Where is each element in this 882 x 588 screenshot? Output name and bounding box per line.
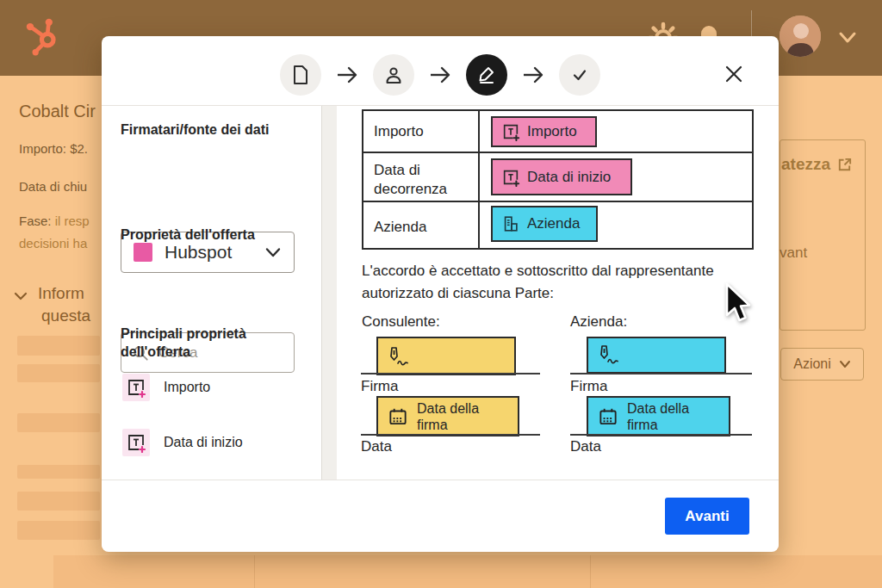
strip-divider (254, 555, 255, 588)
skeleton-bar (17, 336, 100, 356)
date-caption: Data (570, 438, 601, 455)
signature-pen-icon (597, 344, 623, 367)
bottom-table-strip (53, 555, 882, 588)
date-caption: Data (361, 438, 392, 455)
skeleton-bar (17, 364, 100, 382)
mouse-cursor (724, 282, 753, 325)
step-arrow-icon (336, 65, 358, 84)
signature-prep-modal: Firmatari/fonte dei dati Hubspot Proprie… (102, 36, 779, 551)
text-field-icon (501, 168, 520, 187)
property-label: Data di inizio (164, 435, 243, 450)
document-gutter (322, 106, 337, 480)
stepper (280, 54, 600, 96)
info-section-header[interactable]: Inform (12, 284, 84, 305)
property-item-data-di-inizio[interactable]: Data di inizio (122, 429, 243, 456)
info-section-title-2: questa (41, 306, 90, 325)
user-avatar[interactable] (780, 15, 821, 57)
section-chevron-down-icon (12, 288, 29, 305)
signature-pen-icon (387, 346, 413, 368)
review-step-icon (569, 65, 590, 85)
text-field-icon (122, 374, 150, 401)
skeleton-bar (17, 492, 100, 511)
field-chip-azienda[interactable]: Azienda (491, 206, 598, 242)
document-step[interactable] (280, 54, 321, 96)
column-heading-consulente: Consulente: (362, 313, 440, 331)
fields-step-icon (476, 65, 497, 85)
deal-title: Cobalt Cir (19, 102, 96, 121)
document-field-table: Importo Data di decorrenza Azienda Impor… (362, 109, 754, 250)
field-chip-importo[interactable]: Importo (491, 116, 597, 147)
hubspot-logo-icon[interactable] (21, 14, 64, 59)
side-card-title: atezza (781, 155, 853, 174)
text-field-icon (501, 122, 520, 141)
company-icon (501, 214, 520, 233)
modal-footer: Avanti (102, 480, 779, 552)
actions-chevron-down-icon (839, 360, 851, 368)
topbar-divider (751, 10, 752, 38)
review-step[interactable] (559, 54, 600, 96)
next-button[interactable]: Avanti (665, 498, 749, 535)
signers-step-icon (383, 65, 404, 85)
property-label: Importo (164, 380, 210, 395)
signers-step[interactable] (373, 54, 414, 96)
skeleton-bar (17, 465, 100, 479)
close-modal-button[interactable] (717, 57, 751, 91)
fields-step-active[interactable] (466, 54, 507, 96)
signature-field-consulente[interactable] (376, 337, 516, 375)
signature-field-azienda[interactable] (587, 337, 726, 374)
fields-sidebar: Firmatari/fonte dei dati Hubspot Proprie… (102, 106, 321, 480)
field-chip-data-di-inizio[interactable]: Data di inizio (491, 158, 632, 195)
source-color-swatch (134, 243, 152, 262)
top-properties-heading: Principali proprietà dell'offerta (121, 325, 284, 361)
column-heading-azienda: Azienda: (570, 313, 627, 331)
table-row-label: Azienda (374, 218, 426, 237)
document-step-icon (291, 65, 310, 85)
close-icon (724, 64, 744, 84)
step-arrow-icon (522, 65, 544, 84)
info-section-title: Inform (38, 284, 84, 303)
external-link-icon[interactable] (836, 157, 853, 173)
side-card-text: vant (780, 244, 807, 262)
deal-stage: Fase: il resp (19, 214, 90, 228)
account-chevron-down-icon[interactable] (837, 31, 858, 45)
agreement-paragraph: L'accordo è accettato e sottoscritto dal… (362, 260, 767, 305)
calendar-icon (387, 405, 409, 428)
signature-caption: Firma (570, 378, 607, 395)
date-field-azienda[interactable]: Data della firma (587, 396, 730, 436)
deal-stage-value-2: decisioni ha (19, 236, 87, 251)
deal-stage-value: il resp (55, 214, 90, 228)
table-row-label: Data di decorrenza (374, 161, 469, 199)
properties-heading: Proprietà dell'offerta (121, 226, 289, 244)
dropdown-chevron-down-icon (264, 247, 282, 258)
source-selected-value: Hubspot (165, 242, 252, 263)
strip-divider (590, 555, 591, 588)
deal-close-date: Data di chiu (19, 179, 87, 194)
date-field-consulente[interactable]: Data della firma (376, 396, 519, 436)
table-row-label: Importo (374, 122, 424, 141)
hubspot-crm-page: Cobalt Cir Importo: $2. Data di chiu Fas… (0, 0, 882, 588)
calendar-icon (597, 405, 619, 428)
text-field-icon (122, 429, 150, 456)
signers-heading: Firmatari/fonte dei dati (121, 121, 289, 139)
signature-caption: Firma (361, 378, 398, 395)
modal-header (102, 36, 779, 106)
deal-stage-label: Fase: (19, 214, 52, 228)
deal-amount: Importo: $2. (19, 141, 88, 156)
actions-button[interactable]: Azioni (780, 348, 864, 381)
skeleton-bar (17, 413, 100, 432)
skeleton-bar (17, 521, 100, 540)
step-arrow-icon (429, 65, 451, 84)
property-item-importo[interactable]: Importo (122, 374, 210, 401)
